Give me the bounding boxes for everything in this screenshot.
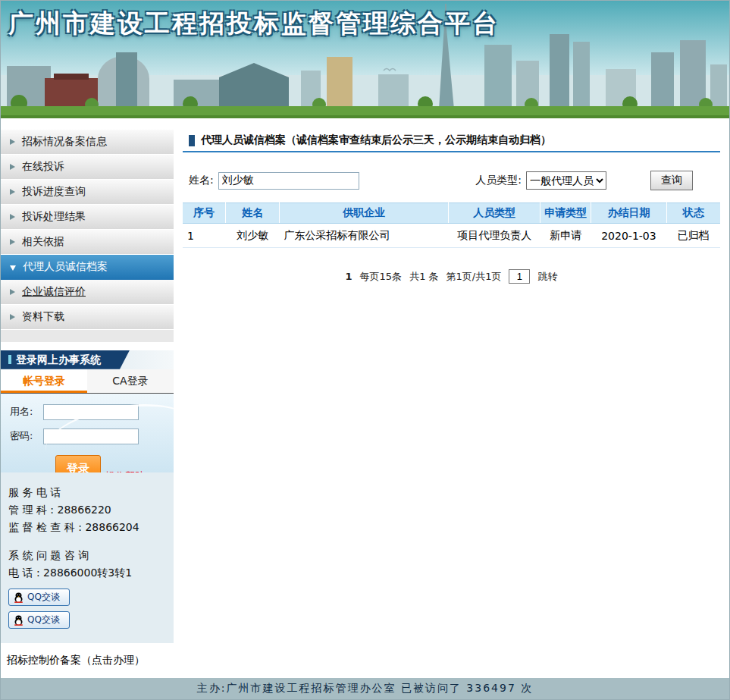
search-bar: 姓名: 人员类型: 一般代理人员 查询 <box>183 171 720 190</box>
tab-account-login[interactable]: 帐号登录 <box>1 369 87 393</box>
sidebar-item-agent-credit-archive[interactable]: 代理人员诚信档案 <box>1 255 174 280</box>
content-title-bar: 代理人员诚信档案 （诚信档案审查结束后公示三天，公示期结束自动归档） <box>183 130 720 152</box>
sidebar-item-complaint-progress[interactable]: 投诉进度查询 <box>1 180 174 205</box>
tab-ca-login[interactable]: CA登录 <box>87 369 174 393</box>
page: 广州市建设工程招投标监督管理综合平台 招标情况备案信息 在线投诉 投诉进度查询 <box>0 0 730 700</box>
cell-seq: 1 <box>183 224 226 248</box>
inspection-phone: 监 督 检 查 科 : 28866204 <box>8 520 166 535</box>
person-type-label: 人员类型: <box>475 174 522 187</box>
qq-penguin-icon <box>14 615 23 626</box>
password-field[interactable] <box>43 428 139 444</box>
contact-panel: 服 务 电 话 管 理 科 : 28866220 监 督 检 查 科 : 288… <box>1 472 174 643</box>
footer: 主办:广州市建设工程招标管理办公室 已被访问了 336497 次 <box>1 678 729 699</box>
name-input[interactable] <box>218 172 359 190</box>
sidebar: 招标情况备案信息 在线投诉 投诉进度查询 投诉处理结果 相关依据 <box>1 130 174 678</box>
page-info-label: 第1页/共1页 <box>446 270 502 284</box>
management-phone: 管 理 科 : 28866220 <box>8 502 166 518</box>
arrow-right-icon <box>10 239 15 245</box>
total-count-label: 共1 条 <box>409 270 438 284</box>
qq-chat-button-1[interactable]: QQ交谈 <box>8 589 70 606</box>
banner-spacer <box>1 118 729 130</box>
per-page-label: 每页15条 <box>360 270 403 284</box>
sidebar-gap <box>1 342 174 350</box>
username-label: 用名: <box>10 405 43 419</box>
jump-label[interactable]: 跳转 <box>537 270 557 284</box>
arrow-right-icon <box>10 289 15 295</box>
login-form: 用名: 密码: 登录 操作帮助 <box>1 394 174 472</box>
login-section-header: 登录网上办事系统 <box>1 350 174 369</box>
col-header-person-type: 人员类型 <box>449 203 540 224</box>
page-title-note: （诚信档案审查结束后公示三天，公示期结束自动归档） <box>286 133 551 147</box>
cell-name: 刘少敏 <box>226 224 280 248</box>
sidebar-item-complaint-result[interactable]: 投诉处理结果 <box>1 205 174 230</box>
name-label: 姓名: <box>189 174 214 187</box>
sidebar-item-download[interactable]: 资料下载 <box>1 305 174 330</box>
credit-archive-table: 序号 姓名 供职企业 人员类型 申请类型 办结日期 状态 1 刘少敏 广东公采招… <box>183 202 720 248</box>
service-phone-title: 服 务 电 话 <box>8 485 166 501</box>
sidebar-item-related-basis[interactable]: 相关依据 <box>1 230 174 255</box>
col-header-company: 供职企业 <box>280 203 449 224</box>
username-field[interactable] <box>43 404 139 420</box>
query-button[interactable]: 查询 <box>650 171 693 190</box>
col-header-name: 姓名 <box>226 203 280 224</box>
site-title: 广州市建设工程招投标监督管理综合平台 <box>8 7 500 41</box>
arrow-right-icon <box>10 214 15 220</box>
cell-apply-type: 新申请 <box>540 224 591 248</box>
qq-penguin-icon <box>14 592 23 603</box>
current-page-number[interactable]: 1 <box>346 271 352 282</box>
sidebar-item-online-complaint[interactable]: 在线投诉 <box>1 155 174 180</box>
sidebar-item-enterprise-credit[interactable]: 企业诚信评价 <box>1 280 174 305</box>
col-header-apply-type: 申请类型 <box>540 203 591 224</box>
footer-text: 主办:广州市建设工程招标管理办公室 已被访问了 336497 次 <box>197 682 534 695</box>
login-button[interactable]: 登录 <box>55 455 101 472</box>
col-header-status: 状态 <box>666 203 720 224</box>
jump-page-input[interactable] <box>509 269 530 284</box>
system-question-title: 系 统 问 题 咨 询 <box>8 548 166 563</box>
arrow-right-icon <box>10 164 15 170</box>
cell-status: 已归档 <box>666 224 720 248</box>
col-header-seq: 序号 <box>183 203 226 224</box>
person-type-select[interactable]: 一般代理人员 <box>526 171 606 190</box>
arrow-right-icon <box>10 314 15 320</box>
person-type-group: 人员类型: 一般代理人员 <box>475 171 606 190</box>
header-banner: 广州市建设工程招投标监督管理综合平台 <box>1 1 729 118</box>
arrow-down-icon <box>10 265 16 271</box>
help-link[interactable]: 操作帮助 <box>105 469 145 472</box>
qq-chat-button-2[interactable]: QQ交谈 <box>8 611 70 629</box>
cell-finish-date: 2020-1-03 <box>591 224 666 248</box>
title-marker <box>189 135 195 146</box>
table-header-row: 序号 姓名 供职企业 人员类型 申请类型 办结日期 状态 <box>183 203 720 224</box>
arrow-right-icon <box>10 139 15 145</box>
col-header-finish-date: 办结日期 <box>591 203 666 224</box>
page-title: 代理人员诚信档案 <box>201 133 286 147</box>
sidebar-menu: 招标情况备案信息 在线投诉 投诉进度查询 投诉处理结果 相关依据 <box>1 130 174 342</box>
login-tabs: 帐号登录 CA登录 <box>1 369 174 394</box>
pagination: 1 每页15条 共1 条 第1页/共1页 跳转 <box>183 269 720 284</box>
arrow-right-icon <box>10 189 15 195</box>
qq-buttons: QQ交谈 <box>8 589 166 634</box>
cell-person-type: 项目代理负责人 <box>449 224 540 248</box>
cell-company: 广东公采招标有限公司 <box>280 224 449 248</box>
login-section-title: 登录网上办事系统 <box>1 350 130 369</box>
price-filing-link[interactable]: 招标控制价备案（点击办理） <box>1 643 174 678</box>
table-row: 1 刘少敏 广东公采招标有限公司 项目代理负责人 新申请 2020-1-03 已… <box>183 224 720 248</box>
password-label: 密码: <box>10 429 43 443</box>
system-question-phone: 电 话 : 28866000转3转1 <box>8 565 166 581</box>
sidebar-item-bid-record-info[interactable]: 招标情况备案信息 <box>1 130 174 155</box>
main-content: 代理人员诚信档案 （诚信档案审查结束后公示三天，公示期结束自动归档） 姓名: 人… <box>174 130 729 678</box>
